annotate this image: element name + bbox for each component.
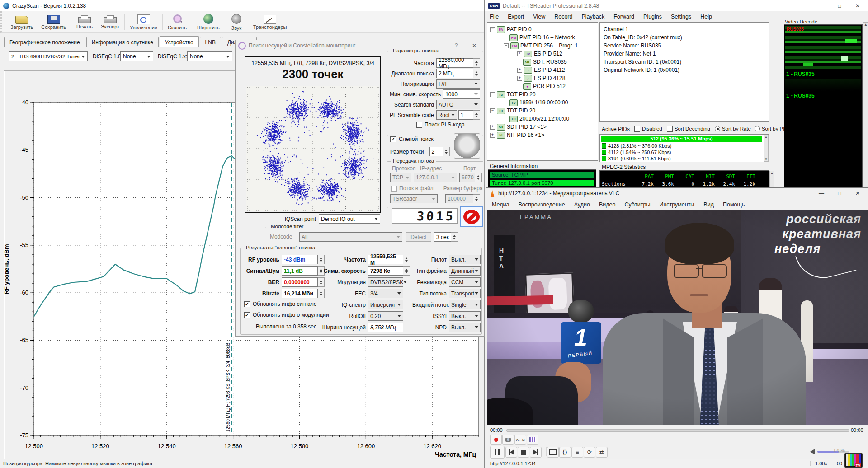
close-button[interactable]: ✕ bbox=[849, 3, 867, 9]
result-value-dd[interactable]: Выкл. bbox=[449, 255, 481, 264]
result-value-dd[interactable]: Transport bbox=[449, 289, 481, 298]
menu-file[interactable]: File bbox=[485, 12, 503, 21]
dot-size-field[interactable]: 2 bbox=[429, 147, 443, 156]
tree-node[interactable]: ●PCR PID 512 bbox=[517, 82, 566, 90]
collapse-icon[interactable]: − bbox=[504, 43, 509, 48]
dot-size-spinner[interactable] bbox=[443, 147, 450, 156]
protocol-select[interactable]: TCP bbox=[390, 173, 411, 182]
stop-button[interactable] bbox=[518, 447, 529, 458]
tree-node[interactable]: +SDSDT PID 17 <1> bbox=[490, 123, 547, 131]
result-value-dd[interactable]: CCM bbox=[449, 277, 481, 287]
tree-node[interactable]: −PAPAT PID 0 bbox=[490, 25, 532, 33]
tree-node[interactable]: TD2001/05/21 12:00:00 bbox=[504, 115, 569, 123]
port-spinner[interactable] bbox=[475, 173, 482, 182]
play-pause-button[interactable] bbox=[490, 446, 505, 459]
menu-plugins[interactable]: Plugins bbox=[639, 12, 666, 21]
expand-icon[interactable]: + bbox=[517, 68, 522, 73]
result-value-dd[interactable]: Выкл. bbox=[449, 311, 481, 321]
minimize-button[interactable]: — bbox=[812, 3, 830, 9]
vlc-menu-вид[interactable]: Вид bbox=[699, 200, 718, 209]
loop-button[interactable]: ⟳ bbox=[584, 447, 595, 458]
buffer-spinner[interactable] bbox=[473, 194, 480, 203]
iqscan-select[interactable]: Demod IQ out bbox=[319, 214, 380, 224]
video-decode-scrollbar[interactable]: ▲▼ bbox=[863, 22, 868, 195]
range-spinner[interactable] bbox=[473, 69, 480, 78]
collapse-icon[interactable]: − bbox=[490, 27, 495, 32]
tree-node[interactable]: TD1859/-1/19 00:00:00 bbox=[504, 98, 568, 107]
pls-search-checkbox[interactable] bbox=[416, 122, 422, 128]
pid-filter-checkbox[interactable] bbox=[667, 126, 673, 132]
fullscreen-button[interactable] bbox=[547, 447, 559, 458]
active-pids-scrollbar[interactable]: ▲▼ bbox=[764, 135, 769, 162]
stream-to-file-checkbox[interactable] bbox=[391, 186, 397, 192]
result-value-spin[interactable]: 11,1 dB bbox=[282, 266, 318, 276]
tree-node[interactable]: PMPMT PID 16 – Network bbox=[504, 33, 575, 42]
result-value-spin[interactable]: 7298 Кс bbox=[368, 266, 403, 276]
result-spinner[interactable] bbox=[403, 266, 410, 276]
detect-button[interactable]: Detect bbox=[406, 232, 431, 242]
vlc-menu-медиа[interactable]: Медиа bbox=[487, 200, 514, 209]
tv-tray-icon[interactable]: TV bbox=[844, 453, 863, 468]
menu-export[interactable]: Export bbox=[503, 12, 528, 21]
record-button[interactable] bbox=[490, 435, 502, 445]
pid-filter-checkbox[interactable] bbox=[634, 126, 640, 132]
shuffle-button[interactable]: ⇄ bbox=[596, 447, 608, 458]
result-value-field[interactable]: 8,758 МГц bbox=[368, 323, 403, 332]
menu-playback[interactable]: Playback bbox=[577, 12, 609, 21]
minsr-combo[interactable]: 1000 bbox=[443, 89, 480, 99]
blind-search-checkbox[interactable]: ✓ bbox=[390, 136, 396, 142]
maximize-button[interactable]: □ bbox=[830, 3, 849, 9]
tree-node[interactable]: +NINIT PID 16 <1> bbox=[490, 131, 544, 139]
freq-spinner[interactable] bbox=[473, 58, 480, 68]
result-value-dd[interactable]: 0.20 bbox=[368, 311, 403, 321]
snapshot-button[interactable] bbox=[502, 435, 514, 445]
range-field[interactable]: 2 МГц bbox=[436, 69, 473, 78]
checkbox[interactable]: ✓ bbox=[244, 312, 250, 318]
tree-node[interactable]: SDSDT: RUS035 bbox=[517, 58, 567, 66]
close-button[interactable]: ✕ bbox=[465, 42, 483, 49]
collapse-icon[interactable]: − bbox=[490, 92, 495, 97]
vlc-menu-помощь[interactable]: Помощь bbox=[718, 200, 749, 209]
video-area[interactable]: российская креативная неделя ГРАММА НТА bbox=[487, 210, 868, 425]
pls-value-field[interactable]: 1 bbox=[458, 110, 473, 120]
port-field[interactable]: 6970 bbox=[459, 173, 475, 182]
loop-ab-button[interactable]: A↔B bbox=[514, 435, 526, 445]
help-button[interactable]: ? bbox=[447, 42, 465, 49]
result-spinner[interactable] bbox=[403, 255, 410, 264]
extended-settings-button[interactable]: ⟨⟩ bbox=[559, 447, 571, 458]
pid-sort-radio[interactable] bbox=[715, 126, 720, 131]
result-value-spin[interactable]: 12559,535 М bbox=[368, 255, 403, 264]
previous-button[interactable] bbox=[505, 447, 517, 458]
result-value-spin[interactable]: 16,214 Мби bbox=[282, 289, 318, 298]
stop-icon-button[interactable] bbox=[460, 206, 483, 227]
buffer-field[interactable]: 100000 bbox=[445, 194, 473, 203]
vlc-menu-инструменты[interactable]: Инструменты bbox=[655, 200, 699, 209]
pid-top-bar[interactable]: 512 (95.36% ~ 15.51 Mbps) bbox=[601, 136, 762, 142]
ip-select[interactable]: 127.0.0.1 bbox=[414, 173, 457, 182]
seek-slider[interactable] bbox=[506, 429, 849, 432]
menu-view[interactable]: View bbox=[528, 12, 550, 21]
menu-settings[interactable]: Settings bbox=[666, 12, 696, 21]
collapse-icon[interactable]: − bbox=[490, 108, 495, 113]
checkbox[interactable]: ✓ bbox=[244, 301, 250, 307]
tree-node[interactable]: −PMPMT PID 256 – Progr. 1 bbox=[504, 42, 578, 50]
maximize-button[interactable]: □ bbox=[830, 190, 849, 197]
result-value-dd[interactable]: 3/4 bbox=[368, 289, 403, 298]
reader-select[interactable]: TSReader bbox=[390, 194, 438, 203]
tree-node[interactable]: −TDTOT PID 20 bbox=[490, 90, 536, 98]
vlc-menu-аудио[interactable]: Аудио bbox=[570, 200, 594, 209]
menu-record[interactable]: Record bbox=[550, 12, 577, 21]
vlc-menu-воспроизведение[interactable]: Воспроизведение bbox=[514, 200, 569, 209]
expand-icon[interactable]: + bbox=[490, 125, 495, 130]
minimize-button[interactable]: — bbox=[812, 190, 830, 197]
result-value-dd[interactable]: Выкл. bbox=[449, 323, 481, 332]
result-value-spin[interactable]: 0,0000000 bbox=[282, 277, 318, 287]
result-value-spin[interactable]: -43 dBm bbox=[282, 255, 318, 264]
expand-icon[interactable]: + bbox=[517, 51, 522, 56]
detect-interval-spinner[interactable] bbox=[451, 232, 458, 242]
pls-spinner[interactable] bbox=[473, 110, 480, 120]
vlc-rate[interactable]: 1.00x bbox=[810, 461, 832, 466]
pid-row[interactable]: 4128 (2.31% ~ 376.00 Kbps) bbox=[601, 143, 671, 149]
next-button[interactable] bbox=[530, 447, 542, 458]
result-value-dd[interactable]: Длинный bbox=[449, 266, 481, 276]
